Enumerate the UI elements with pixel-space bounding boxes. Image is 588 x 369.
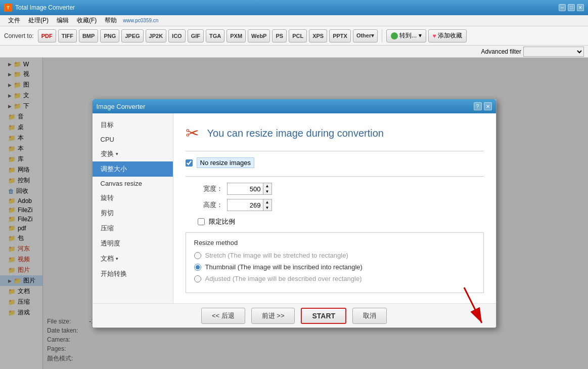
menu-bar: 文件 处理(P) 编辑 收藏(F) 帮助 www.pc0359.cn xyxy=(0,15,588,26)
menu-help[interactable]: 帮助 xyxy=(101,15,121,26)
height-spin-up[interactable]: ▲ xyxy=(263,199,272,205)
format-ico[interactable]: ICO xyxy=(168,29,186,43)
filter-label: Advanced filter xyxy=(481,48,521,55)
format-other[interactable]: Other▾ xyxy=(353,29,378,43)
toolbar-sep1 xyxy=(382,29,382,43)
dialog-help-btn[interactable]: ? xyxy=(474,102,482,110)
green-icon xyxy=(391,32,398,39)
format-jpeg[interactable]: JPEG xyxy=(121,29,143,43)
modal-overlay: Image Converter ? ✕ 目标 CPU 变换 ▾ 调整大小 Can… xyxy=(0,58,588,369)
nav-document-label: 文档 xyxy=(101,254,114,263)
width-input[interactable] xyxy=(228,183,263,194)
next-btn[interactable]: 前进 >> xyxy=(251,308,295,324)
format-tga[interactable]: TGA xyxy=(206,29,224,43)
close-btn[interactable]: ✕ xyxy=(577,4,584,11)
radio-stretch[interactable] xyxy=(194,252,201,259)
start-btn[interactable]: START xyxy=(301,308,346,324)
format-xps[interactable]: XPS xyxy=(309,29,327,43)
height-input-wrapper: ▲ ▼ xyxy=(227,199,272,211)
format-pxm[interactable]: PXM xyxy=(227,29,246,43)
convert-to-label: Convert to: xyxy=(4,32,34,39)
dialog-close-btn[interactable]: ✕ xyxy=(484,102,492,110)
dialog-footer: << 后退 前进 >> START 取消 xyxy=(93,303,496,327)
app-icon: T xyxy=(4,4,12,12)
format-ps[interactable]: PS xyxy=(272,29,287,43)
format-tiff[interactable]: TIFF xyxy=(58,29,77,43)
format-bmp[interactable]: BMP xyxy=(79,29,98,43)
radio-adjusted[interactable] xyxy=(194,275,201,282)
filter-bar: Advanced filter xyxy=(0,46,588,58)
width-label: 宽度： xyxy=(198,184,223,193)
maximize-btn[interactable]: □ xyxy=(568,4,575,11)
nav-transform-label: 变换 xyxy=(101,149,114,158)
height-spinner: ▲ ▼ xyxy=(263,199,272,211)
add-favorites-btn[interactable]: ♥ 添加收藏 xyxy=(428,29,467,43)
scissors-icon: ✂ xyxy=(186,124,199,143)
no-resize-checkbox[interactable] xyxy=(186,159,193,167)
width-input-wrapper: ▲ ▼ xyxy=(227,183,272,195)
radio-thumbnail-label: Thumbnail (The image will be inscribed i… xyxy=(205,263,363,271)
nav-document-arrow: ▾ xyxy=(116,256,118,261)
nav-cpu[interactable]: CPU xyxy=(93,133,173,146)
radio-stretch-row: Stretch (The image will be stretched to … xyxy=(194,252,475,259)
filter-select[interactable] xyxy=(523,47,584,57)
menu-file[interactable]: 文件 xyxy=(4,15,24,26)
website-label: www.pc0359.cn xyxy=(123,18,158,23)
height-label: 高度： xyxy=(198,200,223,210)
dialog-content: ✂ You can resize image during convertion… xyxy=(173,113,496,303)
ratio-checkbox[interactable] xyxy=(198,218,205,225)
menu-edit[interactable]: 编辑 xyxy=(53,15,73,26)
divider xyxy=(186,151,484,151)
height-input[interactable] xyxy=(228,199,263,211)
nav-rotate[interactable]: 旋转 xyxy=(93,190,173,206)
title-bar: T Total Image Converter ─ □ ✕ xyxy=(0,0,588,15)
nav-crop[interactable]: 剪切 xyxy=(93,206,173,221)
app-title: Total Image Converter xyxy=(15,4,559,11)
resize-method-legend: Resize method xyxy=(194,239,475,247)
width-spin-down[interactable]: ▼ xyxy=(263,189,272,194)
main-area: ▶📁W ▶📁视 ▶📁图 ▶📁文 ▶📁下 📁音 📁桌 📁本 📁本 📁库 📁网络 📁… xyxy=(0,58,588,369)
width-spin-up[interactable]: ▲ xyxy=(263,183,272,189)
format-jp2k[interactable]: JP2K xyxy=(146,29,167,43)
divider2 xyxy=(186,176,484,177)
nav-compress[interactable]: 压缩 xyxy=(93,221,173,236)
menu-favorites[interactable]: 收藏(F) xyxy=(73,15,101,26)
minimize-btn[interactable]: ─ xyxy=(559,4,566,11)
nav-transparency[interactable]: 透明度 xyxy=(93,236,173,251)
format-webp[interactable]: WebP xyxy=(248,29,270,43)
ratio-label: 限定比例 xyxy=(209,217,235,226)
resize-method-group: Resize method Stretch (The image will be… xyxy=(186,232,484,293)
format-pcl[interactable]: PCL xyxy=(289,29,307,43)
cancel-btn[interactable]: 取消 xyxy=(352,308,387,324)
no-resize-label: No resize images xyxy=(197,157,254,168)
height-spin-down[interactable]: ▼ xyxy=(263,205,272,211)
radio-stretch-label: Stretch (The image will be stretched to … xyxy=(205,252,348,259)
nav-document[interactable]: 文档 ▾ xyxy=(93,251,173,266)
goto-label: 转到... ▾ xyxy=(399,31,421,40)
nav-resize[interactable]: 调整大小 xyxy=(93,161,173,177)
format-pptx[interactable]: PPTX xyxy=(329,29,351,43)
format-png[interactable]: PNG xyxy=(100,29,119,43)
dialog-heading: You can resize image during convertion xyxy=(207,128,384,139)
height-row: 高度： ▲ ▼ xyxy=(198,199,484,211)
menu-process[interactable]: 处理(P) xyxy=(24,15,53,26)
add-favorites-label: 添加收藏 xyxy=(438,31,462,40)
ratio-row: 限定比例 xyxy=(198,217,484,226)
width-spinner: ▲ ▼ xyxy=(263,183,272,194)
image-converter-dialog: Image Converter ? ✕ 目标 CPU 变换 ▾ 调整大小 Can… xyxy=(92,99,496,328)
nav-transform[interactable]: 变换 ▾ xyxy=(93,146,173,161)
radio-thumbnail-row: Thumbnail (The image will be inscribed i… xyxy=(194,263,475,271)
format-gif[interactable]: GIF xyxy=(188,29,204,43)
nav-target[interactable]: 目标 xyxy=(93,117,173,133)
dialog-body: 目标 CPU 变换 ▾ 调整大小 Canvas resize 旋转 剪切 压缩 … xyxy=(93,113,496,303)
goto-btn[interactable]: 转到... ▾ xyxy=(386,29,426,43)
nav-start-convert[interactable]: 开始转换 xyxy=(93,266,173,281)
nav-canvas-resize[interactable]: Canvas resize xyxy=(93,177,173,190)
width-row: 宽度： ▲ ▼ xyxy=(198,183,484,195)
nav-transform-arrow: ▾ xyxy=(116,151,118,156)
toolbar: Convert to: PDF TIFF BMP PNG JPEG JP2K I… xyxy=(0,26,588,46)
radio-thumbnail[interactable] xyxy=(194,264,201,271)
radio-adjusted-label: Adjusted (The image will be described ov… xyxy=(205,275,362,282)
format-pdf[interactable]: PDF xyxy=(38,29,56,43)
back-btn[interactable]: << 后退 xyxy=(201,308,245,324)
